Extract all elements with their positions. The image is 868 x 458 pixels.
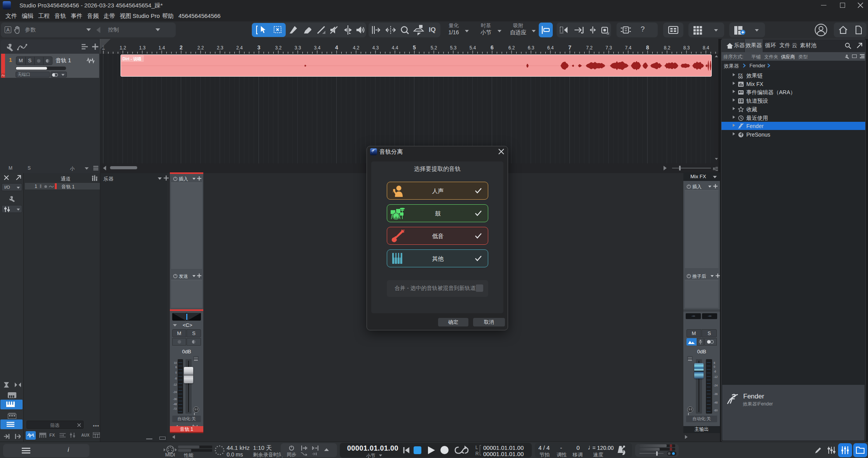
svg-text:FX: FX: [738, 73, 743, 77]
